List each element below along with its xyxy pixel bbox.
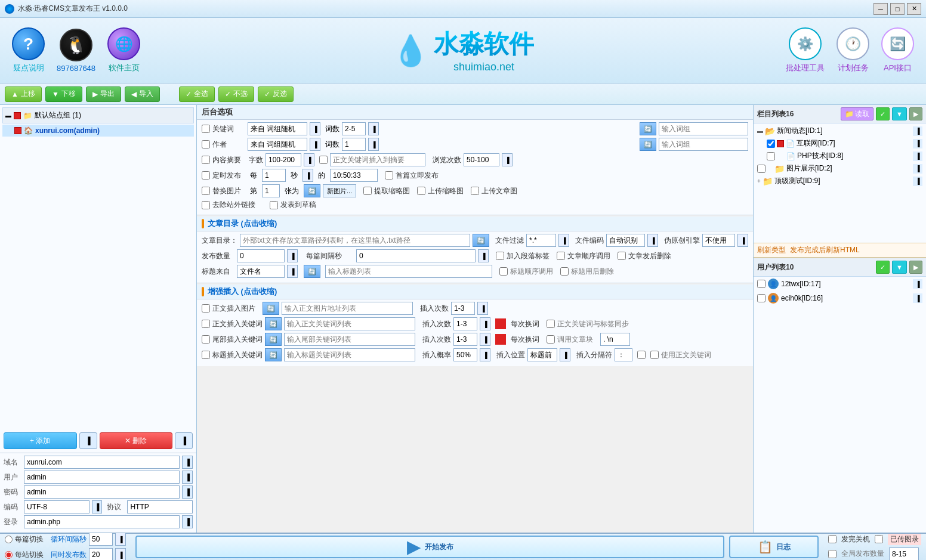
read-btn[interactable]: 📁 读取 <box>841 107 873 120</box>
users-gray-btn[interactable]: ▶ <box>909 261 922 274</box>
summary-chars-input[interactable] <box>266 153 301 166</box>
summary-chars-btn[interactable]: ▐ <box>304 153 314 166</box>
summary-keyword-input[interactable] <box>330 153 425 166</box>
filter-btn[interactable]: ▐ <box>558 234 569 247</box>
insert-title-prob-btn[interactable]: ▐ <box>480 348 490 361</box>
title-refresh-btn[interactable]: 🔄 <box>304 265 320 278</box>
select-all-btn[interactable]: ✓ 全选 <box>179 86 215 102</box>
domain-btn[interactable]: ▐ <box>182 456 193 469</box>
shutdown-checkbox[interactable] <box>828 535 837 543</box>
keyword-count-input[interactable] <box>342 122 366 135</box>
user-input[interactable] <box>24 471 180 484</box>
insert-kw-sync-checkbox[interactable] <box>547 320 555 328</box>
encoding-input[interactable] <box>606 234 645 247</box>
insert-tail-input[interactable] <box>284 333 415 346</box>
insert-tail-checkbox[interactable] <box>202 335 210 344</box>
cat-item-php[interactable]: 📄 PHP技术[ID:8] ▐ <box>755 150 925 162</box>
cat-item-test[interactable]: + 📁 顶级测试[ID:9] ▐ <box>755 175 925 187</box>
cat-check-gallery[interactable] <box>757 165 766 173</box>
minimize-btn[interactable]: ─ <box>873 3 888 15</box>
loop-interval-btn[interactable]: ▐ <box>115 533 126 546</box>
insert-title-prob-input[interactable] <box>453 348 477 361</box>
cat-green-btn[interactable]: ✓ <box>876 107 890 120</box>
close-btn[interactable]: ✕ <box>907 3 921 15</box>
pseudo-btn[interactable]: ▐ <box>737 234 748 247</box>
site-item[interactable]: 🏠 xunrui.com(admin) <box>2 125 194 137</box>
login-input[interactable] <box>24 515 180 528</box>
move-down-btn[interactable]: ▼ 下移 <box>45 86 82 102</box>
cat-cyan-btn[interactable]: ▼ <box>892 107 907 120</box>
replace-img-refresh-btn[interactable]: 🔄 <box>304 184 320 197</box>
sent-img-checkbox[interactable] <box>875 535 883 543</box>
summary-views-btn[interactable]: ▐ <box>502 153 513 166</box>
insert-img-count-btn[interactable]: ▐ <box>477 302 488 315</box>
cat-check-internet[interactable] <box>767 140 775 148</box>
keyword-count-btn[interactable]: ▐ <box>368 122 379 135</box>
insert-tail-refresh-btn[interactable]: 🔄 <box>265 333 282 346</box>
keyword-from-btn[interactable]: ▐ <box>310 122 320 135</box>
user-check-0[interactable] <box>757 280 766 288</box>
cat-scroll-php[interactable]: ▐ <box>913 151 922 161</box>
replace-img-no-input[interactable] <box>262 184 280 197</box>
api-item[interactable]: 🔄 API接口 <box>881 27 914 73</box>
first-immediate-checkbox[interactable] <box>385 171 393 180</box>
extract-thumb-checkbox[interactable] <box>363 187 372 195</box>
total-count-checkbox[interactable] <box>828 550 837 558</box>
title-from-btn[interactable]: ▐ <box>287 265 298 278</box>
users-green-btn[interactable]: ✓ <box>876 261 890 274</box>
user-btn[interactable]: ▐ <box>182 471 193 484</box>
extra-btn1[interactable]: ▐ <box>79 432 97 449</box>
cat-scroll-test[interactable]: ▐ <box>913 177 922 186</box>
dir-input[interactable] <box>240 234 470 247</box>
summary-views-input[interactable] <box>464 153 499 166</box>
title-order-checkbox[interactable] <box>499 267 508 276</box>
insert-kw-count-input[interactable] <box>453 317 477 330</box>
pass-input[interactable] <box>24 485 180 499</box>
pass-btn[interactable]: ▐ <box>182 485 193 499</box>
schedule-checkbox[interactable] <box>202 171 210 180</box>
invert-btn[interactable]: ✓ 反选 <box>258 86 294 102</box>
title-from-input[interactable] <box>237 265 285 278</box>
insert-title-pos-input[interactable] <box>527 348 557 361</box>
protocol-input[interactable] <box>127 500 193 513</box>
interval-btn[interactable]: ▐ <box>478 249 489 262</box>
add-para-checkbox[interactable] <box>496 252 504 260</box>
user-check-1[interactable] <box>757 294 766 302</box>
cat-scroll-internet[interactable]: ▐ <box>913 139 922 148</box>
total-count-input[interactable] <box>889 547 919 561</box>
domain-input[interactable] <box>24 456 180 469</box>
user-scroll-1[interactable]: ▐ <box>913 293 922 303</box>
insert-kw-checkbox[interactable] <box>202 320 210 328</box>
insert-img-refresh-btn[interactable]: 🔄 <box>263 302 279 315</box>
upload-thumb-checkbox[interactable] <box>417 187 425 195</box>
upload-article-checkbox[interactable] <box>471 187 479 195</box>
export-btn[interactable]: ▶ 导出 <box>86 86 121 102</box>
deselect-btn[interactable]: ✓ 不选 <box>218 86 254 102</box>
insert-title-pos-btn[interactable]: ▐ <box>560 348 570 361</box>
insert-tail-article-checkbox[interactable] <box>547 335 555 344</box>
loop-interval-input[interactable] <box>89 533 113 546</box>
users-cyan-btn[interactable]: ▼ <box>892 261 907 274</box>
start-btn[interactable]: ▶ 开始发布 <box>135 536 724 558</box>
cat-check-php[interactable] <box>767 152 775 160</box>
schedule-time-input[interactable] <box>330 169 378 182</box>
import-btn[interactable]: ◀ 导入 <box>125 86 160 102</box>
replace-img-checkbox[interactable] <box>202 187 210 195</box>
cat-gray-btn[interactable]: ▶ <box>909 107 922 120</box>
insert-tail-suffix-input[interactable] <box>600 333 630 346</box>
summary-checkbox[interactable] <box>202 156 210 164</box>
insert-tail-count-btn[interactable]: ▐ <box>480 333 490 346</box>
del-site-btn[interactable]: ✕ 删除 <box>100 432 173 449</box>
filter-input[interactable] <box>526 234 556 247</box>
concurrent-btn[interactable]: ▐ <box>115 548 126 560</box>
author-count-btn[interactable]: ▐ <box>368 138 379 151</box>
insert-kw-count-btn[interactable]: ▐ <box>480 317 490 330</box>
encoding-btn[interactable]: ▐ <box>647 234 658 247</box>
tree-group-header[interactable]: ▬ 📁 默认站点组 (1) <box>2 107 194 123</box>
draft-checkbox[interactable] <box>270 201 278 209</box>
author-count-input[interactable] <box>342 138 366 151</box>
site-switch-radio[interactable] <box>5 551 13 559</box>
each-switch-radio[interactable] <box>5 536 13 543</box>
delete-after-checkbox[interactable] <box>618 252 626 260</box>
cat-item-news[interactable]: ▬ 📂 新闻动态[ID:1] ▐ <box>755 125 925 137</box>
